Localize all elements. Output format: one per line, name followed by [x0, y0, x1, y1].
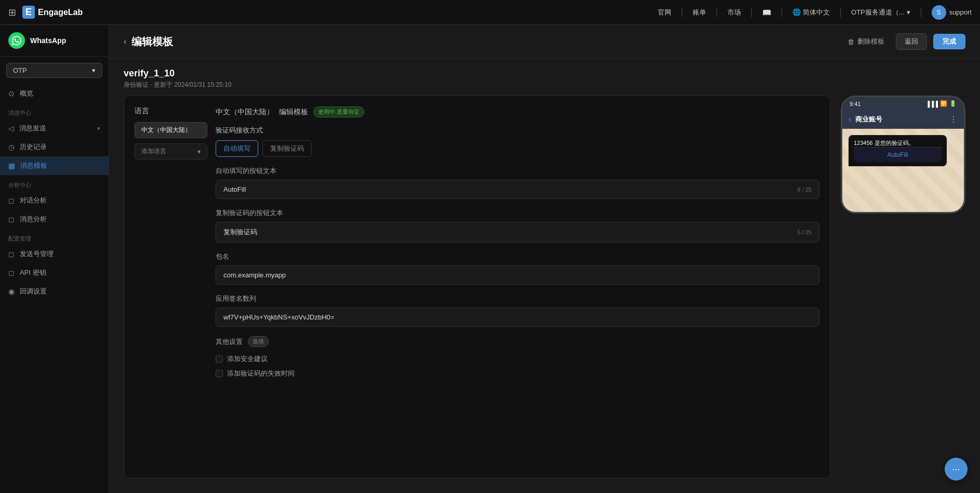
logo-text: EngageLab — [38, 8, 83, 17]
autofill-preview-button[interactable]: AutoFill — [854, 147, 942, 162]
sidebar-item-callback[interactable]: ◉ 回调设置 — [0, 282, 109, 301]
home-icon: ⊙ — [8, 89, 15, 98]
app-signature-input[interactable]: wf7V+pHUs+YqkbNS+xoVvJDzbH0= — [216, 308, 819, 327]
send-icon: ◁ — [8, 124, 14, 132]
autofill-btn-label: 自动填写的按钮文本 — [216, 166, 819, 176]
template-info: verify_1_10 身份验证 · 更新于 2024/01/31 15:25:… — [109, 59, 980, 96]
sidebar-item-conversation[interactable]: ◻ 对话分析 — [0, 191, 109, 210]
package-name-input[interactable]: com.example.myapp — [216, 265, 819, 285]
language-section: 语言 中文（中国大陆） 添加语言 ▾ 中文（中国大陆） 编辑模板 使用中,质量待… — [135, 106, 819, 383]
nav-link-official[interactable]: 官网 — [658, 8, 671, 17]
delete-template-button[interactable]: 🗑 删除模板 — [842, 34, 890, 49]
form-panel: 语言 中文（中国大陆） 添加语言 ▾ 中文（中国大陆） 编辑模板 使用中,质量待… — [124, 96, 830, 478]
phone-time: 9:41 — [850, 101, 860, 107]
user-label: support — [949, 8, 972, 16]
whatsapp-icon — [8, 32, 25, 49]
expiry-checkbox[interactable] — [216, 370, 223, 377]
nav-separator3 — [751, 8, 752, 17]
grid-icon[interactable]: ⊞ — [8, 7, 16, 18]
receive-method-title: 验证码接收方式 — [216, 126, 819, 135]
method-tabs: 自动填写 复制验证码 — [216, 140, 819, 157]
add-language-select[interactable]: 添加语言 ▾ — [135, 143, 207, 159]
top-nav-right: 官网 账单 市场 📖 🌐 简体中文 OTP服务通道（... ▾ S suppor… — [658, 5, 972, 20]
phone-more-icon[interactable]: ⋮ — [949, 114, 958, 124]
sidebar-item-templates[interactable]: ▦ 消息模板 — [0, 156, 109, 175]
nav-link-market[interactable]: 市场 — [727, 8, 741, 17]
history-icon: ◷ — [8, 143, 15, 151]
package-name-label: 包名 — [216, 252, 819, 261]
book-icon: 📖 — [762, 8, 771, 17]
phone-chat-header: ‹ 商业账号 ⋮ — [842, 110, 964, 129]
language-selector[interactable]: 🌐 简体中文 — [792, 8, 830, 17]
channel-label: OTP服务通道（... — [851, 8, 905, 17]
sidebar-item-label: 消息模板 — [20, 161, 47, 170]
nav-separator4 — [782, 8, 782, 17]
form-container: 语言 中文（中国大陆） 添加语言 ▾ 中文（中国大陆） 编辑模板 使用中,质量待… — [109, 96, 980, 493]
template-meta: 身份验证 · 更新于 2024/01/31 15:25:10 — [124, 81, 965, 89]
sidebar-item-label: 对话分析 — [20, 196, 47, 205]
page-title: 编辑模板 — [131, 35, 173, 49]
sidebar-item-label: 概览 — [20, 89, 33, 98]
chevron-down-icon: ▾ — [907, 8, 910, 16]
phone-account-name: 商业账号 — [855, 115, 945, 124]
otp-label: OTP — [13, 66, 27, 74]
template-icon: ▦ — [8, 162, 15, 170]
template-name: verify_1_10 — [124, 68, 965, 79]
page-header-left: ‹ 编辑模板 — [124, 35, 173, 49]
complete-button[interactable]: 完成 — [933, 34, 965, 49]
lang-section-title: 语言 — [135, 106, 207, 116]
sidebar-item-history[interactable]: ◷ 历史记录 — [0, 138, 109, 156]
nav-separator6 — [921, 8, 921, 17]
sidebar-item-overview[interactable]: ⊙ 概览 — [0, 84, 109, 103]
sidebar-item-senders[interactable]: ◻ 发送号管理 — [0, 245, 109, 263]
copy-btn-counter: 5 / 25 — [797, 229, 812, 235]
sidebar-brand: WhatsApp — [0, 25, 109, 57]
sidebar-item-message-analysis[interactable]: ◻ 消息分析 — [0, 210, 109, 229]
battery-icon: 🔋 — [949, 100, 957, 107]
conversation-icon: ◻ — [8, 196, 15, 205]
delete-label: 删除模板 — [857, 37, 884, 46]
user-menu[interactable]: S support — [932, 5, 972, 20]
page-header: ‹ 编辑模板 🗑 删除模板 返回 完成 — [109, 25, 980, 59]
section-label-analytics: 分析中心 — [0, 175, 109, 191]
copy-btn-input[interactable]: 复制验证码 5 / 25 — [216, 222, 819, 243]
phone-status-bar: 9:41 ▐▐▐ 🛜 🔋 — [842, 97, 964, 110]
phone-back-icon[interactable]: ‹ — [849, 115, 851, 124]
autofill-btn-counter: 8 / 25 — [797, 186, 812, 193]
phone-chat-area: 123456 是您的验证码。 AutoFill — [842, 129, 964, 212]
top-nav: ⊞ E EngageLab 官网 账单 市场 📖 🌐 简体中文 OTP服务通道（… — [0, 0, 980, 25]
top-nav-left: ⊞ E EngageLab — [8, 6, 83, 19]
security-label: 添加安全建议 — [227, 354, 268, 364]
lang-current-button[interactable]: 中文（中国大陆） — [135, 122, 207, 138]
chat-support-button[interactable]: ··· — [945, 458, 968, 481]
copy-btn-value: 复制验证码 — [223, 228, 257, 237]
section-label-messaging: 消息中心 — [0, 103, 109, 119]
nav-separator2 — [717, 8, 717, 17]
channel-selector[interactable]: OTP服务通道（... ▾ — [851, 8, 910, 17]
phone-signal: ▐▐▐ 🛜 🔋 — [926, 100, 957, 107]
edit-template-label: 编辑模板 — [279, 108, 308, 117]
otp-selector[interactable]: OTP ▾ — [6, 63, 102, 78]
sidebar-item-label: 发送号管理 — [20, 249, 54, 259]
sidebar-item-api[interactable]: ◻ API 密钥 — [0, 263, 109, 282]
expiry-label: 添加验证码的失效时间 — [227, 369, 295, 378]
back-button[interactable]: 返回 — [896, 33, 927, 50]
page-header-actions: 🗑 删除模板 返回 完成 — [842, 33, 965, 50]
sidebar-item-send[interactable]: ◁ 消息发送 ▾ — [0, 119, 109, 138]
back-arrow-icon[interactable]: ‹ — [124, 37, 126, 46]
nav-link-billing[interactable]: 账单 — [693, 8, 706, 17]
sidebar-item-label: API 密钥 — [20, 268, 46, 277]
current-lang-label: 中文（中国大陆） — [216, 108, 274, 117]
logo: E EngageLab — [22, 6, 83, 19]
autofill-btn-input[interactable]: AutoFill 8 / 25 — [216, 180, 819, 199]
in-use-badge: 使用中,质量待定 — [313, 106, 364, 117]
security-checkbox[interactable] — [216, 355, 223, 363]
add-lang-label: 添加语言 — [141, 147, 166, 156]
sidebar: WhatsApp OTP ▾ ⊙ 概览 消息中心 ◁ 消息发送 ▾ ◷ 历史记录… — [0, 25, 109, 493]
checkbox-security: 添加安全建议 — [216, 354, 819, 364]
tab-autofill[interactable]: 自动填写 — [216, 140, 258, 157]
tab-copy[interactable]: 复制验证码 — [262, 140, 312, 157]
sidebar-item-label: 回调设置 — [20, 287, 47, 296]
nav-separator — [682, 8, 682, 17]
copy-btn-label: 复制验证码的按钮文本 — [216, 208, 819, 218]
